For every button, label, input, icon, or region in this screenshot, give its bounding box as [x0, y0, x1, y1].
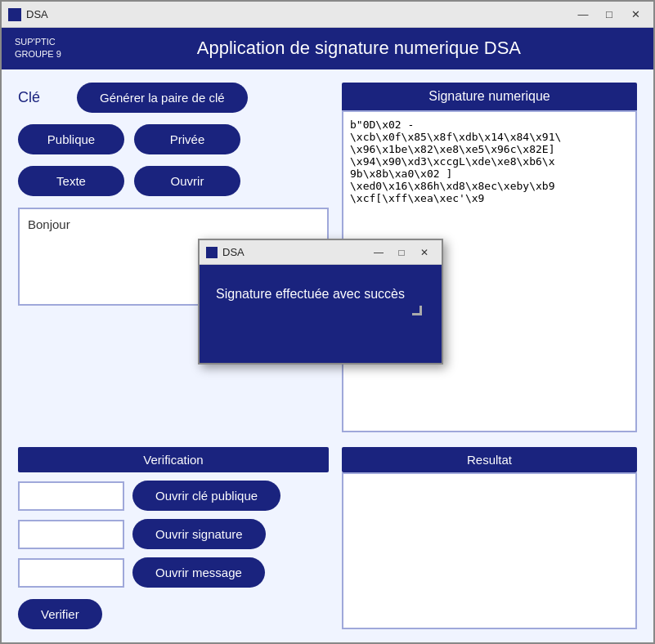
maximize-button[interactable]: □ [598, 6, 621, 24]
key-label: Clé [18, 89, 67, 106]
resize-handle[interactable] [412, 306, 422, 315]
minimize-button[interactable]: — [572, 6, 594, 24]
open-signature-button[interactable]: Ouvrir signature [132, 519, 266, 549]
result-header: Resultat [342, 447, 637, 472]
result-box [342, 472, 637, 629]
text-label-button[interactable]: Texte [18, 166, 124, 196]
verification-header: Verification [18, 447, 329, 472]
signature-label: Signature numerique [342, 83, 637, 110]
dialog-content: Signature effectuée avec succès [200, 265, 442, 363]
dialog-window: DSA — □ ✕ Signature effectuée avec succè… [198, 239, 443, 364]
text-row: Texte Ouvrir [18, 166, 329, 196]
dialog-icon [206, 247, 218, 258]
signature-file-input[interactable] [18, 520, 124, 549]
window-title: DSA [26, 8, 572, 20]
dialog-title: DSA [222, 246, 368, 258]
brand-line2: GROUPE 9 [15, 48, 61, 60]
app-icon [8, 8, 21, 21]
verification-right: Resultat [342, 447, 637, 629]
message-file-row: Ouvrir message [18, 557, 329, 588]
verify-button[interactable]: Verifier [18, 599, 102, 629]
key-row: Clé Générer la paire de clé [18, 83, 329, 113]
brand-info: SUP'PTIC GROUPE 9 [15, 36, 61, 61]
title-bar: DSA — □ ✕ [2, 2, 653, 28]
dialog-resize-area [216, 304, 425, 317]
dialog-maximize-button[interactable]: □ [391, 244, 412, 261]
app-title: Application de signature numerique DSA [78, 38, 640, 59]
open-message-button[interactable]: Ouvrir message [132, 557, 265, 588]
app-header: SUP'PTIC GROUPE 9 Application de signatu… [2, 28, 653, 69]
verify-button-row: Verifier [18, 599, 329, 629]
text-content: Bonjour [28, 217, 70, 231]
verification-left: Verification Ouvrir clé publique Ouvrir … [18, 447, 329, 629]
main-window: DSA — □ ✕ SUP'PTIC GROUPE 9 Application … [0, 0, 655, 644]
window-controls: — □ ✕ [572, 6, 647, 24]
public-key-button[interactable]: Publique [18, 124, 124, 154]
verification-section: Verification Ouvrir clé publique Ouvrir … [18, 447, 637, 629]
brand-line1: SUP'PTIC [15, 36, 61, 48]
dialog-controls: — □ ✕ [368, 244, 435, 261]
dialog-close-button[interactable]: ✕ [414, 244, 435, 261]
dialog-overlay: DSA — □ ✕ Signature effectuée avec succè… [198, 239, 443, 364]
dialog-title-bar: DSA — □ ✕ [200, 240, 442, 265]
generate-keypair-button[interactable]: Générer la paire de clé [77, 83, 248, 113]
signature-file-row: Ouvrir signature [18, 519, 329, 549]
key-type-row: Publique Privée [18, 124, 329, 154]
open-public-key-button[interactable]: Ouvrir clé publique [132, 481, 280, 511]
public-key-row: Ouvrir clé publique [18, 481, 329, 511]
message-file-input[interactable] [18, 558, 124, 588]
open-text-button[interactable]: Ouvrir [134, 166, 240, 196]
public-key-file-input[interactable] [18, 481, 124, 511]
dialog-minimize-button[interactable]: — [368, 244, 389, 261]
dialog-message: Signature effectuée avec succès [216, 284, 425, 304]
private-key-button[interactable]: Privée [134, 124, 240, 154]
close-button[interactable]: ✕ [624, 6, 647, 24]
